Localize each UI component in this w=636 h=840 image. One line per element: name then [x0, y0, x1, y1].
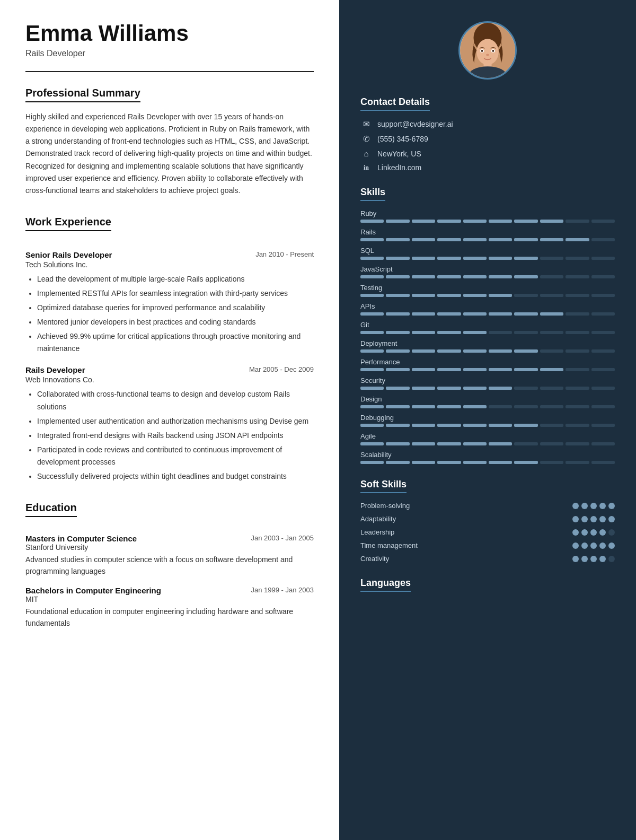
skill-segment — [514, 238, 537, 241]
skill-segment — [566, 257, 589, 260]
skill-segment — [489, 442, 512, 445]
bullet-item: Optimized database queries for improved … — [37, 302, 314, 314]
bullet-item: Lead the development of multiple large-s… — [37, 273, 314, 285]
work-section: Work Experience Senior Rails Developer J… — [25, 216, 314, 483]
skill-segment — [412, 331, 435, 334]
soft-skill-dot — [572, 556, 579, 562]
skill-segment — [591, 294, 615, 297]
job-entry: Senior Rails Developer Jan 2010 - Presen… — [25, 250, 314, 355]
soft-skill-dots — [572, 516, 615, 522]
skill-segment — [540, 220, 563, 223]
soft-skill-dot — [608, 503, 615, 509]
skill-segment — [437, 294, 461, 297]
skill-segment — [386, 461, 409, 464]
job-date: Mar 2005 - Dec 2009 — [249, 365, 314, 373]
skill-segment — [386, 294, 409, 297]
skill-segment — [489, 461, 512, 464]
skill-segment — [463, 238, 487, 241]
skill-segment — [566, 220, 589, 223]
skill-segment — [412, 442, 435, 445]
soft-skill-dot — [590, 542, 597, 549]
soft-skill-dot — [590, 516, 597, 522]
skill-segment — [463, 461, 487, 464]
job-date: Jan 2010 - Present — [255, 250, 314, 258]
skill-segment — [437, 424, 461, 427]
skill-segment — [591, 461, 615, 464]
skill-segment — [360, 349, 384, 353]
skill-segment — [540, 387, 563, 390]
skill-bar — [360, 405, 615, 408]
skill-segment — [360, 442, 384, 445]
skill-segment — [437, 257, 461, 260]
soft-skill-dot — [608, 516, 615, 522]
skill-row: Agile — [360, 432, 615, 445]
skill-segment — [591, 405, 615, 408]
skill-segment — [540, 368, 563, 371]
skill-segment — [412, 405, 435, 408]
skill-segment — [514, 405, 537, 408]
skill-segment — [437, 405, 461, 408]
skill-segment — [437, 387, 461, 390]
skill-segment — [540, 312, 563, 316]
soft-skill-row: Leadership — [360, 528, 615, 536]
skill-segment — [360, 238, 384, 241]
skill-segment — [489, 405, 512, 408]
skill-name: Git — [360, 321, 615, 329]
skill-segment — [540, 442, 563, 445]
skill-bar — [360, 442, 615, 445]
skill-segment — [489, 331, 512, 334]
skill-segment — [540, 424, 563, 427]
edu-degree: Bachelors in Computer Engineering — [25, 586, 161, 595]
skill-segment — [566, 275, 589, 278]
skill-bar — [360, 331, 615, 334]
soft-skill-dot — [608, 529, 615, 536]
contact-phone: ✆ (555) 345-6789 — [360, 134, 615, 144]
edu-desc: Foundational education in computer engin… — [25, 606, 314, 629]
skill-segment — [514, 312, 537, 316]
job-company: Web Innovations Co. — [25, 375, 314, 384]
skill-segment — [591, 275, 615, 278]
skill-segment — [591, 257, 615, 260]
skill-segment — [360, 331, 384, 334]
skill-segment — [566, 387, 589, 390]
soft-skill-dot — [581, 529, 588, 536]
skill-row: Debugging — [360, 414, 615, 427]
skill-segment — [566, 349, 589, 353]
soft-skill-name: Leadership — [360, 528, 394, 536]
skill-segment — [386, 424, 409, 427]
skill-segment — [386, 387, 409, 390]
skill-name: JavaScript — [360, 265, 615, 273]
skill-segment — [463, 405, 487, 408]
skill-segment — [591, 387, 615, 390]
skill-bar — [360, 349, 615, 353]
skill-bar — [360, 238, 615, 241]
bullet-item: Collaborated with cross-functional teams… — [37, 388, 314, 413]
skill-segment — [437, 331, 461, 334]
soft-skill-dot — [590, 556, 597, 562]
skill-segment — [386, 331, 409, 334]
skill-name: Agile — [360, 432, 615, 440]
skill-segment — [514, 294, 537, 297]
edu-degree: Masters in Computer Science — [25, 534, 137, 543]
bullet-item: Successfully delivered projects within t… — [37, 470, 314, 483]
skill-segment — [514, 368, 537, 371]
skill-segment — [566, 294, 589, 297]
skill-segment — [540, 405, 563, 408]
skill-segment — [437, 349, 461, 353]
contact-email-text: support@cvdesigner.ai — [377, 120, 453, 128]
skill-segment — [514, 461, 537, 464]
skill-segment — [591, 368, 615, 371]
skill-segment — [412, 294, 435, 297]
bullet-item: Implemented RESTful APIs for seamless in… — [37, 287, 314, 300]
skill-segment — [463, 424, 487, 427]
skill-row: Scalability — [360, 451, 615, 464]
skill-segment — [360, 424, 384, 427]
skill-segment — [540, 294, 563, 297]
skill-segment — [489, 257, 512, 260]
skill-segment — [386, 368, 409, 371]
education-section: Education Masters in Computer Science Ja… — [25, 502, 314, 629]
skill-name: Deployment — [360, 339, 615, 347]
soft-skill-dot — [581, 542, 588, 549]
skill-segment — [591, 331, 615, 334]
summary-text: Highly skilled and experienced Rails Dev… — [25, 111, 314, 197]
